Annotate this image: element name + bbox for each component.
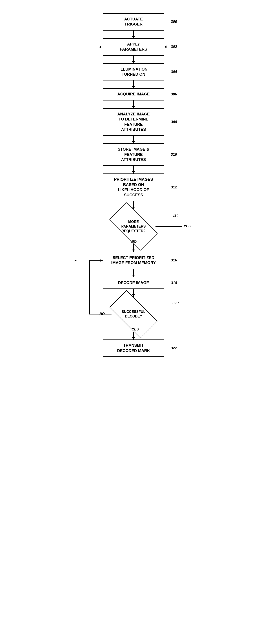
arrow-308-310 — [133, 136, 134, 143]
arrow-314-316 — [133, 244, 134, 252]
arrow-312-314 — [133, 201, 134, 209]
box-302-label: APPLYPARAMETERS — [120, 42, 147, 52]
arrow-310-312 — [133, 166, 134, 174]
step-314-row: MOREPARAMETERSREQUESTED? 314 YES NO — [56, 209, 210, 244]
arrow-302-304 — [133, 56, 134, 63]
box-318-label: DECODE IMAGE — [118, 280, 149, 285]
badge-320: 320 — [172, 301, 178, 306]
box-300-label: ACTUATETRIGGER — [124, 17, 143, 26]
badge-304: 304 — [171, 70, 177, 74]
box-306: ACQUIRE IMAGE 306 — [103, 88, 164, 100]
box-300: ACTUATETRIGGER 300 — [103, 13, 164, 30]
box-316-label: SELECT PRIORITIZEDIMAGE FROM MEMORY — [111, 256, 156, 265]
flowchart: ACTUATETRIGGER 300 APPLYPARAMETERS 302 ◄… — [56, 9, 210, 357]
step-306-row: ACQUIRE IMAGE 306 — [56, 88, 210, 100]
badge-316: 316 — [171, 258, 177, 263]
box-304: ILLUMINATIONTURNED ON 304 — [103, 63, 164, 81]
step-310-row: STORE IMAGE &FEATUREATTRIBUTES 310 — [56, 143, 210, 166]
badge-308: 308 — [171, 120, 177, 124]
box-322-label: TRANSMITDECODED MARK — [117, 343, 150, 353]
badge-306: 306 — [171, 92, 177, 97]
box-302: APPLYPARAMETERS 302 ◄ — [103, 38, 164, 56]
badge-310: 310 — [171, 152, 177, 157]
diamond-320-wrapper: SUCCESSFULDECODE? — [109, 300, 158, 328]
step-300-row: ACTUATETRIGGER 300 — [56, 13, 210, 30]
yes-label-320: YES — [132, 328, 139, 331]
arrow-304-306 — [133, 80, 134, 88]
no-label-320: NO — [100, 312, 105, 316]
badge-300: 300 — [171, 19, 177, 24]
step-318-row: DECODE IMAGE 318 — [56, 277, 210, 289]
arrow-320-322 — [133, 332, 134, 340]
badge-312: 312 — [171, 185, 177, 190]
badge-322: 322 — [171, 346, 177, 351]
badge-318: 318 — [171, 280, 177, 285]
step-302-row: APPLYPARAMETERS 302 ◄ — [56, 38, 210, 56]
badge-314: 314 — [172, 213, 178, 218]
box-312: PRIORITIZE IMAGESBASED ONLIKELIHOOD OFSU… — [103, 174, 164, 201]
arrow-306-308 — [133, 100, 134, 108]
box-310-label: STORE IMAGE &FEATUREATTRIBUTES — [118, 147, 149, 162]
box-308-label: ANALYZE IMAGETO DETERMINEFEATUREATTRIBUT… — [117, 112, 150, 132]
box-310: STORE IMAGE &FEATUREATTRIBUTES 310 — [103, 143, 164, 166]
arrow-318-320 — [133, 289, 134, 296]
box-306-label: ACQUIRE IMAGE — [117, 92, 150, 96]
step-312-row: PRIORITIZE IMAGESBASED ONLIKELIHOOD OFSU… — [56, 174, 210, 201]
loop-back-arrow-316: ► — [74, 258, 77, 262]
box-304-label: ILLUMINATIONTURNED ON — [120, 67, 148, 76]
arrow-300-302 — [133, 30, 134, 38]
box-312-label: PRIORITIZE IMAGESBASED ONLIKELIHOOD OFSU… — [114, 177, 153, 197]
box-322: TRANSMITDECODED MARK 322 — [103, 340, 164, 357]
box-308: ANALYZE IMAGETO DETERMINEFEATUREATTRIBUT… — [103, 108, 164, 136]
step-316-row: ► SELECT PRIORITIZEDIMAGE FROM MEMORY 31… — [56, 252, 210, 269]
step-320-row: SUCCESSFULDECODE? 320 NO YES — [56, 296, 210, 332]
yes-label-314: YES — [184, 224, 191, 228]
yes-arrow-indicator: ◄ — [98, 45, 102, 49]
arrow-316-318 — [133, 269, 134, 277]
step-322-row: TRANSMITDECODED MARK 322 — [56, 340, 210, 357]
diamond-314-wrapper: MOREPARAMETERSREQUESTED? — [109, 212, 158, 241]
no-label-314: NO — [131, 240, 136, 244]
box-316: SELECT PRIORITIZEDIMAGE FROM MEMORY 316 — [103, 252, 164, 269]
box-318: DECODE IMAGE 318 — [103, 277, 164, 289]
step-308-row: ANALYZE IMAGETO DETERMINEFEATUREATTRIBUT… — [56, 108, 210, 136]
step-304-row: ILLUMINATIONTURNED ON 304 — [56, 63, 210, 81]
badge-302: 302 — [171, 44, 177, 49]
